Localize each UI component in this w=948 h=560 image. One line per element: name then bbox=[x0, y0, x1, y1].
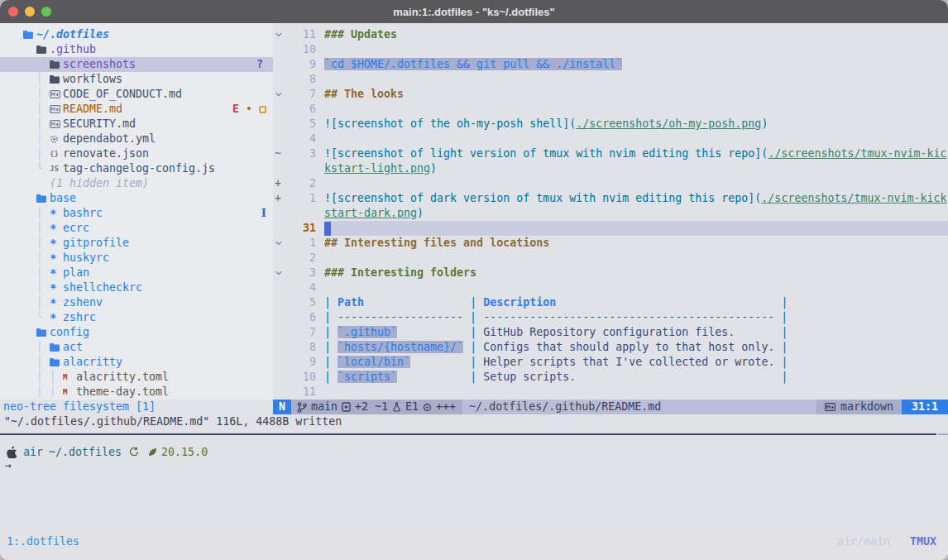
text-segment: ./screenshots/oh-my-posh.png bbox=[576, 117, 761, 130]
tree-item[interactable]: │README.mdE• bbox=[0, 102, 273, 117]
editor-line[interactable]: 5| Path | Description | bbox=[273, 295, 948, 310]
editor-line[interactable]: 3### Interesting folders bbox=[273, 266, 948, 280]
close-button[interactable] bbox=[8, 7, 18, 17]
line-number[interactable]: 8 bbox=[286, 72, 316, 87]
editor-line[interactable]: start-dark.png) bbox=[273, 206, 948, 221]
tree-item[interactable]: │*shellcheckrc bbox=[0, 280, 273, 295]
line-number[interactable]: 3 bbox=[286, 146, 316, 161]
line-number[interactable]: 7 bbox=[286, 87, 316, 102]
editor-line[interactable]: +2 bbox=[273, 176, 948, 191]
folder-icon bbox=[36, 45, 50, 54]
tree-item[interactable]: config bbox=[0, 325, 273, 340]
text-segment: ![screenshot of dark version of tmux wit… bbox=[324, 192, 761, 204]
line-number[interactable]: 5 bbox=[286, 117, 316, 132]
tree-item[interactable]: │alacritty bbox=[0, 355, 273, 370]
line-number[interactable]: 8 bbox=[286, 340, 316, 355]
editor-line[interactable]: 4 bbox=[273, 280, 948, 295]
tree-item[interactable]: │*bashrcI bbox=[0, 206, 273, 221]
line-number[interactable]: 1 bbox=[286, 236, 316, 251]
tree-item[interactable]: (1 hidden item) bbox=[0, 176, 273, 191]
line-number[interactable]: 7 bbox=[286, 325, 316, 340]
line-number[interactable]: 4 bbox=[286, 132, 316, 146]
line-number[interactable]: 6 bbox=[286, 310, 316, 325]
md-icon bbox=[50, 120, 63, 128]
editor-line[interactable]: 6 bbox=[273, 102, 948, 117]
line-number[interactable]: 2 bbox=[286, 251, 316, 266]
nvim-workspace: ~/.dotfiles.github│screenshots?│workflow… bbox=[0, 23, 948, 414]
editor-line[interactable]: 6| ------------------- | ---------------… bbox=[273, 310, 948, 325]
tree-item[interactable]: │SECURITY.md bbox=[0, 117, 273, 132]
tree-item-label: screenshots bbox=[63, 57, 136, 72]
line-number[interactable]: 1 bbox=[286, 191, 316, 206]
zoom-button[interactable] bbox=[41, 7, 51, 17]
editor-line[interactable]: 1## Interesting files and locations bbox=[273, 236, 948, 251]
editor-line[interactable]: +1![screenshot of dark version of tmux w… bbox=[273, 191, 948, 206]
line-number[interactable]: 11 bbox=[286, 27, 316, 42]
editor-line[interactable]: kstart-light.png) bbox=[273, 161, 948, 176]
tree-item[interactable]: ││Malacritty.toml bbox=[0, 370, 273, 385]
editor-pane[interactable]: 11### Updates109`cd $HOME/.dotfiles && g… bbox=[273, 23, 948, 414]
line-number[interactable]: 2 bbox=[286, 176, 316, 191]
line-number[interactable]: 5 bbox=[286, 295, 316, 310]
line-number[interactable]: 10 bbox=[286, 42, 316, 57]
shell-pane[interactable]: air ~/.dotfiles 20.15.0 → bbox=[0, 435, 948, 529]
editor-line[interactable]: 9`cd $HOME/.dotfiles && git pull && ./in… bbox=[273, 57, 948, 72]
editor-line[interactable]: 10 bbox=[273, 42, 948, 57]
editor-line[interactable]: 8| `hosts/{hostname}/` | Configs that sh… bbox=[273, 340, 948, 355]
line-number[interactable]: 9 bbox=[286, 355, 316, 370]
tree-item[interactable]: │*ecrc bbox=[0, 221, 273, 236]
line-number[interactable]: 11 bbox=[286, 385, 316, 400]
terminal-window: main:1:.dotfiles - "ks~/.dotfiles" ~/.do… bbox=[0, 0, 948, 560]
editor-line[interactable]: 8 bbox=[273, 72, 948, 87]
tree-item[interactable]: │{}renovate.json bbox=[0, 146, 273, 161]
folder-icon bbox=[36, 328, 50, 337]
line-number[interactable]: 9 bbox=[286, 57, 316, 72]
line-number[interactable]: 3 bbox=[286, 266, 316, 280]
tree-item[interactable]: │*huskyrc bbox=[0, 251, 273, 266]
tree-item[interactable]: │*plan bbox=[0, 266, 273, 280]
editor-line[interactable]: 9| `local/bin` | Helper scripts that I'v… bbox=[273, 355, 948, 370]
editor-line[interactable]: ~3![screenshot of light version of tmux … bbox=[273, 146, 948, 161]
editor-line[interactable]: 2 bbox=[273, 251, 948, 266]
line-number[interactable]: 6 bbox=[286, 102, 316, 117]
tree-item[interactable]: │act bbox=[0, 340, 273, 355]
tree-item-label: dependabot.yml bbox=[63, 132, 156, 146]
minimize-button[interactable] bbox=[25, 7, 35, 17]
line-text: | `hosts/{hostname}/` | Configs that sho… bbox=[324, 340, 948, 355]
text-segment: ) bbox=[430, 162, 437, 175]
text-segment: ![screenshot of light version of tmux wi… bbox=[324, 147, 768, 160]
tree-item-label: huskyrc bbox=[63, 251, 109, 266]
git-sign: + bbox=[275, 191, 286, 206]
editor-line[interactable]: 7## The looks bbox=[273, 87, 948, 102]
editor-line[interactable]: 5![screenshot of the oh-my-posh shell](.… bbox=[273, 117, 948, 132]
tree-item[interactable]: base bbox=[0, 191, 273, 206]
editor-line[interactable]: 4 bbox=[273, 132, 948, 146]
tree-item[interactable]: .github bbox=[0, 42, 273, 57]
tree-item[interactable]: └JStag-changelog-config.js bbox=[0, 161, 273, 176]
editor-line[interactable]: 7| `.github` | GitHub Repository configu… bbox=[273, 325, 948, 340]
tree-item[interactable]: │dependabot.yml bbox=[0, 132, 273, 146]
line-number[interactable]: 10 bbox=[286, 370, 316, 385]
tree-item[interactable]: │CODE_OF_CONDUCT.md bbox=[0, 87, 273, 102]
line-number[interactable]: 4 bbox=[286, 280, 316, 295]
line-number[interactable] bbox=[286, 161, 316, 176]
editor-line[interactable]: 11 bbox=[273, 385, 948, 400]
editor-line[interactable]: 11### Updates bbox=[273, 27, 948, 42]
statusline: N main +2 ~1 E1 +++ ~/.dotfiles/.github/… bbox=[273, 400, 948, 414]
line-number[interactable]: 31 bbox=[286, 221, 316, 236]
tree-item[interactable]: │*gitprofile bbox=[0, 236, 273, 251]
tree-item[interactable]: └*zshrc bbox=[0, 310, 273, 325]
line-number[interactable] bbox=[286, 206, 316, 221]
tree-item-label: config bbox=[50, 325, 89, 340]
text-segment: | bbox=[324, 371, 338, 383]
text-segment: | bbox=[324, 326, 338, 338]
tree-item[interactable]: │workflows bbox=[0, 72, 273, 87]
editor-line[interactable]: 31 bbox=[273, 221, 948, 236]
statusline-extra: +++ bbox=[436, 400, 456, 414]
tmux-window-tab[interactable]: 1:.dotfiles bbox=[7, 535, 79, 548]
editor-line[interactable]: 10| `scripts` | Setup scripts. | bbox=[273, 370, 948, 385]
tree-item[interactable]: ││Mtheme-day.toml bbox=[0, 385, 273, 400]
tree-item[interactable]: │*zshenv bbox=[0, 295, 273, 310]
tree-item[interactable]: │screenshots? bbox=[0, 57, 273, 72]
tree-item[interactable]: ~/.dotfiles bbox=[0, 27, 273, 42]
